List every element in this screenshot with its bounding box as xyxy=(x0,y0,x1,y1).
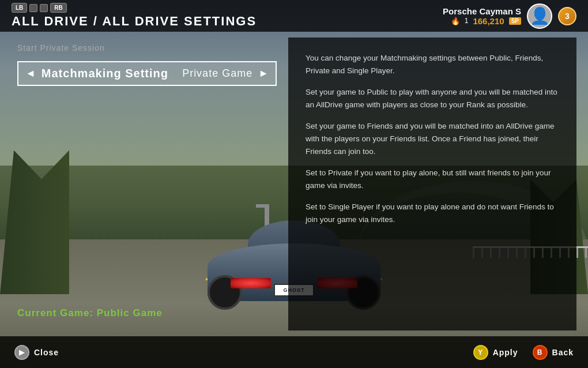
rank-number: 1 xyxy=(465,17,469,25)
avatar: 👤 xyxy=(527,3,552,29)
info-panel: You can change your Matchmaking settings… xyxy=(288,37,576,331)
nav-square-2 xyxy=(40,4,48,12)
header-right: Porsche Cayman S 🔥 1 166,210 SP 👤 3 xyxy=(443,3,576,29)
bottom-bar: ▶ Close Y Apply B Back xyxy=(0,336,588,368)
rb-button[interactable]: RB xyxy=(50,3,66,13)
current-game: Current Game: Public Game xyxy=(17,307,277,319)
left-panel: Start Private Session ◄ Matchmaking Sett… xyxy=(0,32,288,336)
close-label: Close xyxy=(34,348,59,357)
arrow-left-icon[interactable]: ◄ xyxy=(25,67,36,80)
matchmaking-setting-row[interactable]: ◄ Matchmaking Setting Private Game ► xyxy=(17,61,277,86)
apply-button[interactable]: Y Apply xyxy=(473,345,518,360)
info-paragraph-2: Set your game to Public to play with any… xyxy=(306,86,559,111)
main-content: Start Private Session ◄ Matchmaking Sett… xyxy=(0,32,588,336)
info-paragraph-5: Set to Single Player if you want to play… xyxy=(306,201,559,226)
setting-label: Matchmaking Setting xyxy=(42,67,176,80)
info-paragraph-4: Set to Private if you want to play alone… xyxy=(306,167,559,191)
back-button[interactable]: B Back xyxy=(533,345,574,360)
speed-icon: 🔥 xyxy=(451,17,460,25)
header-left: LB RB ALL DRIVE / ALL DRIVE SETTINGS xyxy=(12,3,257,29)
close-button[interactable]: ▶ Close xyxy=(14,345,59,360)
header: LB RB ALL DRIVE / ALL DRIVE SETTINGS Por… xyxy=(0,0,588,32)
setting-value: Private Game xyxy=(182,67,252,80)
car-name: Porsche Cayman S xyxy=(443,6,521,16)
sp-badge: SP xyxy=(509,17,521,25)
back-label: Back xyxy=(552,348,574,357)
page-title: ALL DRIVE / ALL DRIVE SETTINGS xyxy=(12,14,257,29)
car-rank-row: 🔥 1 166,210 SP xyxy=(443,16,521,26)
car-name-area: Porsche Cayman S 🔥 1 166,210 SP xyxy=(443,6,521,26)
arrow-right-icon[interactable]: ► xyxy=(258,67,269,80)
back-button-icon: B xyxy=(533,345,548,360)
level-badge: 3 xyxy=(558,7,576,25)
info-paragraph-1: You can change your Matchmaking settings… xyxy=(306,52,559,77)
apply-label: Apply xyxy=(493,348,518,357)
apply-button-icon: Y xyxy=(473,345,488,360)
close-button-icon: ▶ xyxy=(14,345,29,360)
avatar-icon: 👤 xyxy=(530,6,550,25)
nav-square-1 xyxy=(29,4,37,12)
lb-button[interactable]: LB xyxy=(12,3,27,13)
info-paragraph-3: Set your game to Friends and you will be… xyxy=(306,120,559,157)
current-game-text: Current Game: Public Game xyxy=(17,307,163,318)
credits-value: 166,210 xyxy=(473,16,504,26)
bottom-right-buttons: Y Apply B Back xyxy=(473,345,574,360)
nav-buttons: LB RB xyxy=(12,3,257,13)
start-private-label: Start Private Session xyxy=(17,43,277,52)
